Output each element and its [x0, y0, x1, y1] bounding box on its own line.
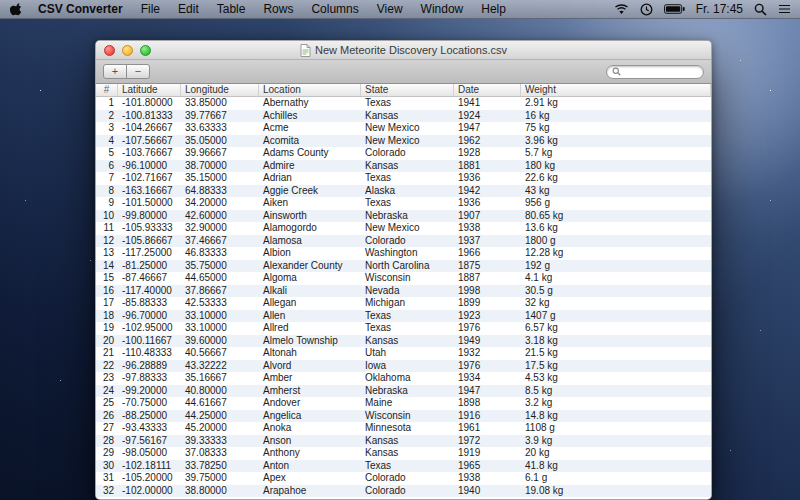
- table-row[interactable]: 17-85.8833342.53333AlleganMichigan189932…: [96, 297, 711, 310]
- search-input[interactable]: [624, 66, 698, 77]
- column-header-location[interactable]: Location: [259, 84, 361, 96]
- row-number: 28: [96, 435, 118, 448]
- table-row[interactable]: 3-104.2666733.63333AcmeNew Mexico194775 …: [96, 122, 711, 135]
- menu-bar: CSV Converter FileEditTableRowsColumnsVi…: [0, 0, 800, 19]
- table-cell: Almelo Township: [259, 335, 361, 348]
- column-header-longitude[interactable]: Longitude: [181, 84, 259, 96]
- add-row-button[interactable]: +: [103, 64, 127, 79]
- table-row[interactable]: 31-105.2000039.75000ApexColorado19386.1 …: [96, 472, 711, 485]
- table-cell: Anthony: [259, 447, 361, 460]
- table-row[interactable]: 1-101.8000033.85000AbernathyTexas19412.9…: [96, 97, 711, 110]
- column-header-latitude[interactable]: Latitude: [118, 84, 181, 96]
- table-cell: 44.25000: [181, 410, 259, 423]
- menu-rows[interactable]: Rows: [254, 2, 302, 16]
- table-row[interactable]: 19-102.9500033.10000AllredTexas19766.57 …: [96, 322, 711, 335]
- table-cell: Washington: [361, 247, 454, 260]
- table-cell: 1887: [454, 272, 521, 285]
- table-row[interactable]: 13-117.2500046.83333AlbionWashington1966…: [96, 247, 711, 260]
- table-cell: 37.08333: [181, 447, 259, 460]
- csv-document-icon: [300, 44, 311, 57]
- table-row[interactable]: 5-103.7666739.96667Adams CountyColorado1…: [96, 147, 711, 160]
- apple-menu-icon[interactable]: [10, 2, 23, 16]
- table-row[interactable]: 26-88.2500044.25000AngelicaWisconsin1916…: [96, 410, 711, 423]
- search-field[interactable]: [606, 65, 704, 79]
- battery-icon[interactable]: [664, 4, 685, 14]
- table-cell: 46.83333: [181, 247, 259, 260]
- search-magnifier-icon: [612, 67, 621, 76]
- table-row[interactable]: 4-107.5666735.05000AcomitaNew Mexico1962…: [96, 135, 711, 148]
- menu-window[interactable]: Window: [412, 2, 473, 16]
- table-cell: Alvord: [259, 360, 361, 373]
- minimize-button[interactable]: [122, 45, 133, 56]
- table-cell: Amber: [259, 372, 361, 385]
- table-row[interactable]: 27-93.4333345.20000AnokaMinnesota1961110…: [96, 422, 711, 435]
- column-header-num[interactable]: #: [96, 84, 118, 96]
- table-row[interactable]: 18-96.7000033.10000AllenTexas19231407 g: [96, 310, 711, 323]
- menu-columns[interactable]: Columns: [302, 2, 367, 16]
- table-row[interactable]: 21-110.4833340.56667AltonahUtah193221.5 …: [96, 347, 711, 360]
- menu-edit[interactable]: Edit: [169, 2, 208, 16]
- table-row[interactable]: 12-105.8666737.46667AlamosaColorado19371…: [96, 235, 711, 248]
- table-cell: Utah: [361, 347, 454, 360]
- menu-view[interactable]: View: [368, 2, 412, 16]
- menu-help[interactable]: Help: [472, 2, 515, 16]
- table-cell: Aggie Creek: [259, 185, 361, 198]
- table-cell: 1941: [454, 97, 521, 110]
- table-row[interactable]: 20-100.1166739.60000Almelo TownshipKansa…: [96, 335, 711, 348]
- table-row[interactable]: 2-100.8133339.77667AchillesKansas192416 …: [96, 110, 711, 123]
- notification-center-icon[interactable]: [778, 4, 791, 14]
- row-number: 32: [96, 485, 118, 498]
- table-cell: Alexander County: [259, 260, 361, 273]
- table-row[interactable]: 9-101.5000034.20000AikenTexas1936956 g: [96, 197, 711, 210]
- table-row[interactable]: 32-102.0000038.80000ArapahoeColorado1940…: [96, 485, 711, 498]
- table-cell: 39.75000: [181, 472, 259, 485]
- table-row[interactable]: 25-70.7500044.61667AndoverMaine18983.2 k…: [96, 397, 711, 410]
- table-cell: 80.65 kg: [521, 210, 711, 223]
- table-row[interactable]: 16-117.4000037.86667AlkaliNevada199830.5…: [96, 285, 711, 298]
- table-cell: -163.16667: [118, 185, 181, 198]
- table-cell: 33.63333: [181, 122, 259, 135]
- table-cell: Anton: [259, 460, 361, 473]
- table-row[interactable]: 22-96.2888943.32222AlvordIowa197617.5 kg: [96, 360, 711, 373]
- table-cell: 42.53333: [181, 297, 259, 310]
- table-row[interactable]: 14-81.2500035.75000Alexander CountyNorth…: [96, 260, 711, 273]
- table-cell: 1965: [454, 460, 521, 473]
- table-cell: 1923: [454, 310, 521, 323]
- app-menu-title[interactable]: CSV Converter: [29, 2, 132, 16]
- table-row[interactable]: 29-98.0500037.08333AnthonyKansas191920 k…: [96, 447, 711, 460]
- menu-table[interactable]: Table: [208, 2, 255, 16]
- table-row[interactable]: 7-102.7166735.15000AdrianTexas193622.6 k…: [96, 172, 711, 185]
- table-cell: 16 kg: [521, 110, 711, 123]
- table-row[interactable]: 28-97.5616739.33333AnsonKansas19723.9 kg: [96, 435, 711, 448]
- column-header-date[interactable]: Date: [454, 84, 521, 96]
- wifi-icon[interactable]: [614, 4, 629, 15]
- column-header-state[interactable]: State: [361, 84, 454, 96]
- table-cell: -96.28889: [118, 360, 181, 373]
- table-cell: 1947: [454, 122, 521, 135]
- column-header-weight[interactable]: Weight: [521, 84, 711, 96]
- table-row[interactable]: 11-105.9333332.90000AlamogordoNew Mexico…: [96, 222, 711, 235]
- table-row[interactable]: 24-99.2000040.80000AmherstNebraska19478.…: [96, 385, 711, 398]
- table-row[interactable]: 23-97.8833335.16667AmberOklahoma19344.53…: [96, 372, 711, 385]
- table-row[interactable]: 30-102.1811133.78250AntonTexas196541.8 k…: [96, 460, 711, 473]
- table-row[interactable]: 8-163.1666764.88333Aggie CreekAlaska1942…: [96, 185, 711, 198]
- table-cell: Alamosa: [259, 235, 361, 248]
- table-row[interactable]: 6-96.1000038.70000AdmireKansas1881180 kg: [96, 160, 711, 173]
- row-number: 24: [96, 385, 118, 398]
- menu-file[interactable]: File: [132, 2, 169, 16]
- row-number: 1: [96, 97, 118, 110]
- close-button[interactable]: [104, 45, 115, 56]
- remove-row-button[interactable]: −: [126, 64, 150, 79]
- table-cell: 5.7 kg: [521, 147, 711, 160]
- table-cell: -97.88333: [118, 372, 181, 385]
- spotlight-icon[interactable]: [754, 3, 767, 16]
- window-titlebar[interactable]: New Meteorite Discovery Locations.csv: [96, 41, 711, 60]
- menu-bar-clock[interactable]: Fr. 17:45: [696, 2, 743, 16]
- table-cell: 38.70000: [181, 160, 259, 173]
- table-row[interactable]: 15-87.4666744.65000AlgomaWisconsin18874.…: [96, 272, 711, 285]
- clock-icon[interactable]: [640, 3, 653, 16]
- row-number: 3: [96, 122, 118, 135]
- zoom-button[interactable]: [140, 45, 151, 56]
- table-cell: New Mexico: [361, 135, 454, 148]
- table-row[interactable]: 10-99.8000042.60000AinsworthNebraska1907…: [96, 210, 711, 223]
